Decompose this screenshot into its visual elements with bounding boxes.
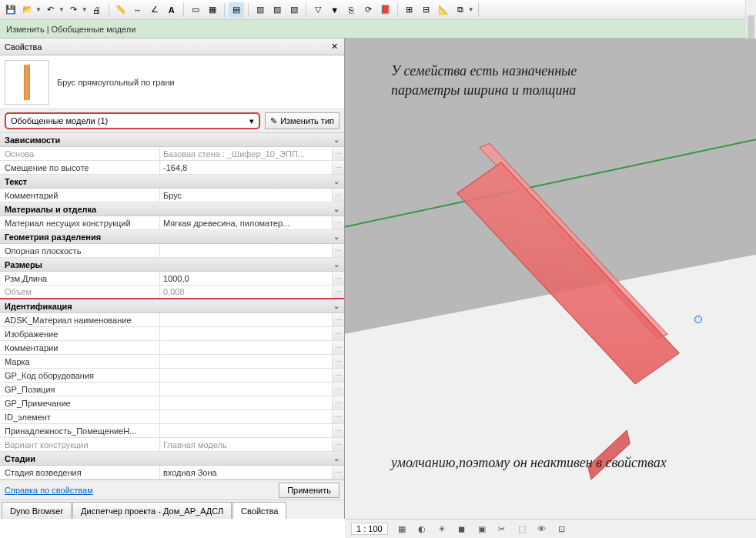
scale-selector[interactable]: 1 : 100 — [351, 523, 388, 535]
properties-panel: Свойства ✕ Брус прямоугольный по грани О… — [0, 38, 345, 519]
group-dependencies[interactable]: Зависимости⌄ — [0, 133, 344, 147]
edit-type-button[interactable]: ✎ Изменить тип — [265, 112, 340, 129]
properties-help-link[interactable]: Справка по свойствам — [5, 486, 93, 495]
main-toolbar: 💾 📂▼ ↶▼ ↷▼ 🖨 📏 ↔ ∠ A ▭ ▦ ▤ ▥ ▨ ▧ ▽ ▼ ⎘ ⟳… — [0, 0, 756, 20]
filter3-icon[interactable]: ▧ — [286, 2, 302, 18]
prop-mark[interactable]: Марка⋯ — [0, 355, 344, 369]
panel-footer: Справка по свойствам Применить — [0, 480, 344, 500]
layers-icon[interactable]: ⧉ — [453, 2, 468, 18]
element-icon[interactable]: ▦ — [205, 2, 220, 18]
prop-refplane[interactable]: Опорная плоскость⋯ — [0, 244, 344, 258]
beam-3d-model[interactable] — [445, 177, 691, 393]
prop-adsk[interactable]: ADSK_Материал наименование⋯ — [0, 313, 344, 327]
ribbon-tab-label: Изменить | Обобщенные модели — [6, 25, 135, 34]
prop-gppos[interactable]: GP_Позиция⋯ — [0, 383, 344, 396]
group-geometry[interactable]: Геометрия разделения⌄ — [0, 230, 344, 244]
panel-header: Свойства ✕ — [0, 38, 344, 55]
prop-gpcode[interactable]: GP_Код оборудования⋯ — [0, 369, 344, 383]
ruler-icon[interactable]: 📐 — [436, 2, 451, 18]
panel-tabs: Dyno Browser Диспетчер проекта - Дом_АР_… — [0, 500, 344, 519]
view-icon[interactable]: ▤ — [229, 2, 244, 18]
tab-project-browser[interactable]: Диспетчер проекта - Дом_АР_АДСЛ — [72, 502, 232, 519]
prop-comments[interactable]: Комментарии⋯ — [0, 341, 344, 355]
detail-level-icon[interactable]: ▦ — [396, 523, 408, 535]
group-stages[interactable]: Стадии⌄ — [0, 452, 344, 466]
prop-idelement[interactable]: ID_элемент⋯ — [0, 410, 344, 424]
group-text[interactable]: Текст⌄ — [0, 175, 344, 189]
control-marker[interactable] — [694, 316, 702, 323]
prop-room[interactable]: Принадлежность_ПомещениеН...⋯ — [0, 424, 344, 438]
funnel1-icon[interactable]: ▽ — [310, 2, 326, 18]
type-name-label: Брус прямоугольный по грани — [49, 78, 175, 87]
dimension-icon[interactable]: ↔ — [130, 2, 146, 18]
ribbon-context-tab: Изменить | Обобщенные модели — [0, 20, 756, 38]
apply-button[interactable]: Применить — [279, 483, 340, 498]
shadows-icon[interactable]: ◼ — [456, 523, 468, 535]
prop-base[interactable]: ОсноваБазовая стена : _Шифер_10_ЭПП...⋯ — [0, 147, 344, 161]
reveal-icon[interactable]: ⊡ — [556, 523, 568, 535]
group-materials[interactable]: Материалы и отделка⌄ — [0, 202, 344, 216]
prop-variant: Вариант конструкцииГлавная модель⋯ — [0, 438, 344, 452]
type-selector-area[interactable]: Брус прямоугольный по грани — [0, 55, 344, 109]
copy-icon[interactable]: ⎘ — [344, 2, 360, 18]
annotation-top: У семейства есть назначенные параметры ш… — [391, 62, 591, 100]
filter1-icon[interactable]: ▥ — [253, 2, 268, 18]
filter2-icon[interactable]: ▨ — [269, 2, 285, 18]
chevron-down-icon: ▾ — [249, 116, 254, 126]
grid1-icon[interactable]: ⊞ — [402, 2, 417, 18]
prop-comment[interactable]: КомментарийБрус⋯ — [0, 189, 344, 202]
hide-icon[interactable]: 👁 — [536, 523, 548, 535]
view-control-bar: 1 : 100 ▦ ◐ ☀ ◼ ▣ ✂ ⬚ 👁 ⊡ — [345, 519, 756, 538]
group-dimensions[interactable]: Размеры⌄ — [0, 258, 344, 272]
prop-volume[interactable]: Объем0,008⋯ — [0, 286, 344, 299]
annotation-bottom: умолчанию,поэтому он неактивен в свойств… — [391, 453, 730, 473]
prop-offset[interactable]: Смещение по высоте-164,8⋯ — [0, 161, 344, 175]
3d-viewport[interactable]: У семейства есть назначенные параметры ш… — [345, 38, 756, 519]
prop-stage-build[interactable]: Стадия возведениявходная Зона⋯ — [0, 466, 344, 480]
instance-selector-text: Обобщенные модели (1) — [11, 116, 108, 125]
group-identification[interactable]: Идентификация⌄ — [0, 299, 344, 313]
funnel2-icon[interactable]: ▼ — [327, 2, 343, 18]
type-preview-icon — [5, 60, 49, 105]
measure-icon[interactable]: 📏 — [113, 2, 129, 18]
open-icon[interactable]: 📂 — [20, 2, 35, 18]
book-icon[interactable]: 📕 — [378, 2, 393, 18]
tab-properties[interactable]: Свойства — [232, 502, 286, 519]
text-icon[interactable]: A — [164, 2, 179, 18]
tab-dyno[interactable]: Dyno Browser — [2, 502, 72, 519]
panel-title: Свойства — [5, 42, 42, 52]
instance-selector[interactable]: Обобщенные модели (1) ▾ — [5, 112, 260, 129]
crop-region-icon[interactable]: ⬚ — [516, 523, 528, 535]
save-icon[interactable]: 💾 — [3, 2, 18, 18]
refresh-icon[interactable]: ⟳ — [361, 2, 376, 18]
prop-gpnote[interactable]: GP_Примечание⋯ — [0, 396, 344, 410]
visual-style-icon[interactable]: ◐ — [416, 523, 428, 535]
redo-icon[interactable]: ↷ — [66, 2, 82, 18]
print-icon[interactable]: 🖨 — [89, 2, 105, 18]
prop-length[interactable]: Рзм.Длина1000,0⋯ — [0, 272, 344, 286]
crop-icon[interactable]: ✂ — [496, 523, 508, 535]
prop-image[interactable]: Изображение⋯ — [0, 327, 344, 341]
undo-icon[interactable]: ↶ — [43, 2, 59, 18]
properties-grid: Зависимости⌄ ОсноваБазовая стена : _Шифе… — [0, 132, 344, 480]
sun-path-icon[interactable]: ☀ — [436, 523, 448, 535]
close-icon[interactable]: ✕ — [329, 42, 340, 52]
prop-material[interactable]: Материал несущих конструкцийМягкая древе… — [0, 216, 344, 230]
edit-type-icon: ✎ — [270, 116, 277, 126]
wall-icon[interactable]: ▭ — [188, 2, 203, 18]
grid2-icon[interactable]: ⊟ — [419, 2, 434, 18]
render-icon[interactable]: ▣ — [476, 523, 488, 535]
align-icon[interactable]: ∠ — [147, 2, 162, 18]
